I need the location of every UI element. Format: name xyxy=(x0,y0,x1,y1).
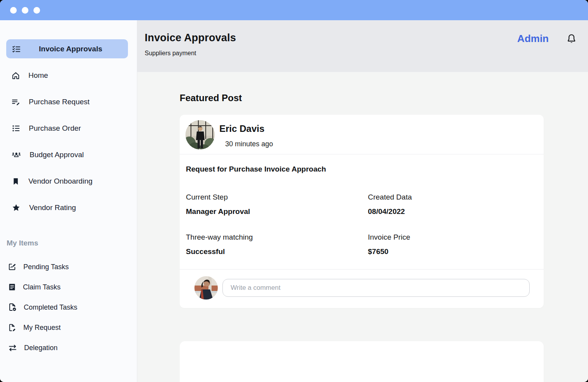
sidebar-item-completed-tasks[interactable]: Completed Tasks xyxy=(0,297,137,317)
commenter-avatar xyxy=(194,276,218,300)
sidebar-item-label: My Request xyxy=(23,324,61,332)
bell-icon[interactable] xyxy=(566,33,577,44)
page-subtitle: Suppliers payment xyxy=(145,50,236,57)
sidebar-item-purchase-order[interactable]: Purchase Order xyxy=(0,115,137,142)
sidebar-item-delegation[interactable]: Delegation xyxy=(0,338,137,358)
post-time: 30 minutes ago xyxy=(225,140,273,148)
field-value: Manager Approval xyxy=(186,207,368,216)
sidebar-item-purchase-request[interactable]: Purchase Request xyxy=(0,89,137,115)
home-icon xyxy=(11,71,20,80)
comment-section xyxy=(180,269,544,308)
field-value: $7650 xyxy=(368,247,537,256)
sidebar-item-budget-approval[interactable]: Budget Approval xyxy=(0,142,137,168)
admin-link[interactable]: Admin xyxy=(517,33,549,45)
window-titlebar xyxy=(0,0,588,20)
author-avatar xyxy=(186,120,215,149)
field-created-data: Created Data 08/04/2022 xyxy=(368,193,537,216)
page-header: Invoice Approvals Suppliers payment Admi… xyxy=(137,20,588,72)
sidebar-item-label: Vendor Onboarding xyxy=(28,177,93,186)
swap-arrows-icon xyxy=(8,343,18,353)
sidebar-item-vendor-rating[interactable]: Vendor Rating xyxy=(0,195,137,221)
sidebar-my-items-nav: Pending Tasks Claim Tasks xyxy=(0,257,137,358)
sidebar-item-label: Purchase Order xyxy=(29,124,81,133)
groups-icon xyxy=(11,150,21,160)
post-fields: Current Step Manager Approval Created Da… xyxy=(186,193,537,256)
checklist-icon xyxy=(12,44,21,54)
page-title: Invoice Approvals xyxy=(145,32,236,44)
main-area: Invoice Approvals Suppliers payment Admi… xyxy=(137,20,588,382)
sidebar-item-label: Purchase Request xyxy=(29,98,89,106)
post-body: Request for Purchase Invoice Approach Cu… xyxy=(180,154,544,269)
field-value: 08/04/2022 xyxy=(368,207,537,216)
sidebar-item-home[interactable]: Home xyxy=(0,62,137,89)
field-current-step: Current Step Manager Approval xyxy=(186,193,368,216)
content-area: Featured Post xyxy=(137,72,588,382)
field-three-way-matching: Three-way matching Successful xyxy=(186,233,368,256)
sidebar-item-label: Pending Tasks xyxy=(23,263,69,271)
article-icon xyxy=(8,283,16,291)
field-invoice-price: Invoice Price $7650 xyxy=(368,233,537,256)
post-title: Request for Purchase Invoice Approach xyxy=(186,165,537,173)
sidebar-item-label: Budget Approval xyxy=(30,151,84,159)
featured-post-card: Eric Davis 30 minutes ago Request for Pu… xyxy=(180,115,544,308)
field-label: Three-way matching xyxy=(186,233,368,242)
window-control-dot-3[interactable] xyxy=(33,7,40,14)
post-header: Eric Davis 30 minutes ago xyxy=(180,115,544,154)
edit-note-icon xyxy=(11,97,21,107)
sidebar-item-label: Home xyxy=(28,71,48,80)
app-window: Invoice Approvals Home xyxy=(0,0,588,382)
sidebar-item-label: Completed Tasks xyxy=(24,303,77,312)
bulleted-list-icon xyxy=(11,124,21,133)
author-name: Eric Davis xyxy=(219,123,273,134)
field-label: Current Step xyxy=(186,193,368,202)
featured-post-heading: Featured Post xyxy=(180,93,588,103)
next-post-card xyxy=(180,341,544,382)
field-value: Successful xyxy=(186,247,368,256)
file-check-icon xyxy=(8,303,17,312)
sidebar: Invoice Approvals Home xyxy=(0,20,137,382)
bookmark-icon xyxy=(11,177,20,186)
field-label: Created Data xyxy=(368,193,537,202)
window-control-dot-1[interactable] xyxy=(10,7,17,14)
window-control-dot-2[interactable] xyxy=(22,7,28,14)
comment-input[interactable] xyxy=(222,279,530,297)
field-label: Invoice Price xyxy=(368,233,537,242)
sidebar-item-invoice-approvals[interactable]: Invoice Approvals xyxy=(6,39,128,58)
sidebar-section-my-items: My Items xyxy=(7,239,137,247)
sidebar-item-pending-tasks[interactable]: Pending Tasks xyxy=(0,257,137,277)
edit-document-icon xyxy=(8,263,17,272)
sidebar-item-claim-tasks[interactable]: Claim Tasks xyxy=(0,277,137,297)
sidebar-item-label: Claim Tasks xyxy=(23,283,61,291)
sidebar-item-label: Vendor Rating xyxy=(29,203,76,212)
sidebar-nav: Home Purchase Request xyxy=(0,62,137,221)
sidebar-item-label: Delegation xyxy=(24,344,58,352)
star-icon xyxy=(11,203,21,213)
sidebar-item-my-request[interactable]: My Request xyxy=(0,317,137,338)
sidebar-item-vendor-onboarding[interactable]: Vendor Onboarding xyxy=(0,168,137,195)
file-edit-icon xyxy=(8,323,17,332)
sidebar-item-label: Invoice Approvals xyxy=(21,45,120,53)
